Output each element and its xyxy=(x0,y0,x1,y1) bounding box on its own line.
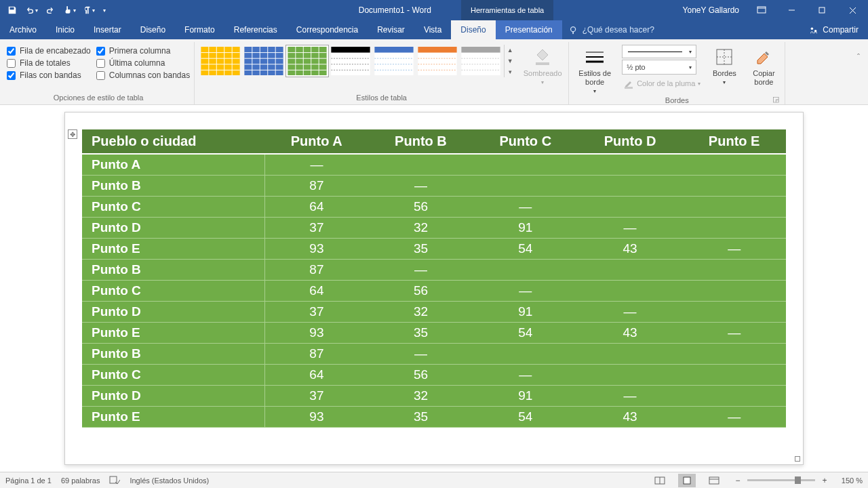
table-cell[interactable]: Punto D xyxy=(82,386,264,407)
document-table[interactable]: Pueblo o ciudadPunto APunto BPunto CPunt… xyxy=(82,129,786,428)
table-cell[interactable]: 54 xyxy=(473,239,578,260)
table-cell[interactable]: Punto D xyxy=(82,302,264,323)
style-thumb-3-selected[interactable] xyxy=(285,45,329,77)
document-area[interactable]: ✥ Pueblo o ciudadPunto APunto BPunto CPu… xyxy=(0,105,868,472)
table-cell[interactable]: — xyxy=(682,239,786,260)
tab-table-layout[interactable]: Presentación xyxy=(496,20,562,39)
style-thumb-1[interactable] xyxy=(199,45,242,77)
table-header-cell[interactable]: Pueblo o ciudad xyxy=(82,129,264,154)
table-cell[interactable] xyxy=(682,218,786,239)
table-cell[interactable]: — xyxy=(264,154,368,176)
table-row[interactable]: Punto B87— xyxy=(82,260,786,281)
qat-redo-icon[interactable] xyxy=(42,2,58,18)
gallery-scroll-down-icon[interactable]: ▼ xyxy=(505,56,515,66)
table-header-cell[interactable]: Punto B xyxy=(368,129,473,154)
table-cell[interactable] xyxy=(578,260,682,281)
table-cell[interactable]: Punto E xyxy=(82,407,264,428)
table-cell[interactable]: Punto D xyxy=(82,218,264,239)
table-cell[interactable]: 32 xyxy=(368,302,473,323)
view-web-layout-icon[interactable] xyxy=(705,474,723,487)
table-cell[interactable]: 35 xyxy=(368,323,473,344)
table-cell[interactable]: — xyxy=(368,344,473,365)
table-cell[interactable]: 93 xyxy=(264,239,368,260)
table-row[interactable]: Punto E93355443— xyxy=(82,323,786,344)
qat-undo-icon[interactable]: ▾ xyxy=(23,2,39,18)
table-row[interactable]: Punto C6456— xyxy=(82,281,786,302)
table-cell[interactable]: 54 xyxy=(473,323,578,344)
qat-touch-mode-icon[interactable]: ▾ xyxy=(61,2,77,18)
table-cell[interactable] xyxy=(682,260,786,281)
status-word-count[interactable]: 69 palabras xyxy=(61,476,100,485)
check-total-row[interactable]: Fila de totales xyxy=(7,57,91,69)
share-button[interactable]: Compartir xyxy=(800,20,868,39)
table-cell[interactable]: 43 xyxy=(578,407,682,428)
table-cell[interactable]: Punto E xyxy=(82,239,264,260)
tab-file[interactable]: Archivo xyxy=(0,20,46,39)
table-row[interactable]: Punto C6456— xyxy=(82,197,786,218)
qat-paragraph-icon[interactable]: ▾ xyxy=(80,2,96,18)
table-cell[interactable] xyxy=(578,197,682,218)
table-cell[interactable] xyxy=(682,365,786,386)
table-cell[interactable]: — xyxy=(368,260,473,281)
table-cell[interactable]: 43 xyxy=(578,239,682,260)
border-painter-button[interactable]: Copiar borde xyxy=(747,45,781,87)
tab-view[interactable]: Vista xyxy=(414,20,451,39)
borders-dialog-launcher-icon[interactable]: ◲ xyxy=(771,95,781,104)
zoom-slider[interactable] xyxy=(747,479,815,481)
table-cell[interactable] xyxy=(682,281,786,302)
table-row[interactable]: Punto D373291— xyxy=(82,302,786,323)
table-cell[interactable]: — xyxy=(473,197,578,218)
table-cell[interactable] xyxy=(473,344,578,365)
table-cell[interactable]: 87 xyxy=(264,344,368,365)
table-cell[interactable]: — xyxy=(473,365,578,386)
table-cell[interactable]: 35 xyxy=(368,239,473,260)
border-weight[interactable]: ½ pto▾ xyxy=(622,60,696,75)
table-cell[interactable] xyxy=(368,154,473,176)
tab-layout[interactable]: Formato xyxy=(175,20,224,39)
qat-save-icon[interactable] xyxy=(4,2,20,18)
style-thumb-2[interactable] xyxy=(242,45,285,77)
table-cell[interactable] xyxy=(682,176,786,197)
table-row[interactable]: Punto B87— xyxy=(82,344,786,365)
table-row[interactable]: Punto C6456— xyxy=(82,365,786,386)
table-cell[interactable] xyxy=(682,344,786,365)
table-cell[interactable]: Punto B xyxy=(82,260,264,281)
table-cell[interactable]: Punto C xyxy=(82,281,264,302)
table-cell[interactable]: — xyxy=(682,407,786,428)
table-cell[interactable]: 93 xyxy=(264,407,368,428)
status-proofing-icon[interactable] xyxy=(109,475,120,486)
style-thumb-5[interactable] xyxy=(372,45,416,77)
table-cell[interactable] xyxy=(682,197,786,218)
pen-color-button[interactable]: Color de la pluma▾ xyxy=(622,76,702,91)
style-thumb-6[interactable] xyxy=(416,45,459,77)
gallery-more-icon[interactable]: ▾ xyxy=(505,66,515,77)
table-cell[interactable]: 91 xyxy=(473,218,578,239)
table-cell[interactable] xyxy=(578,281,682,302)
table-cell[interactable]: 87 xyxy=(264,260,368,281)
table-row[interactable]: Punto B87— xyxy=(82,176,786,197)
table-cell[interactable]: Punto A xyxy=(82,154,264,176)
table-cell[interactable]: 54 xyxy=(473,407,578,428)
table-cell[interactable]: Punto E xyxy=(82,323,264,344)
table-cell[interactable] xyxy=(578,154,682,176)
table-cell[interactable]: 64 xyxy=(264,365,368,386)
table-cell[interactable]: 56 xyxy=(368,197,473,218)
table-cell[interactable]: 37 xyxy=(264,302,368,323)
table-cell[interactable]: 64 xyxy=(264,281,368,302)
table-cell[interactable]: Punto C xyxy=(82,365,264,386)
gallery-scroll-up-icon[interactable]: ▲ xyxy=(505,45,515,56)
table-cell[interactable] xyxy=(682,302,786,323)
table-cell[interactable]: 32 xyxy=(368,386,473,407)
table-cell[interactable]: — xyxy=(682,323,786,344)
table-header-cell[interactable]: Punto D xyxy=(578,129,682,154)
ribbon-display-options-icon[interactable] xyxy=(746,0,776,20)
view-print-layout-icon[interactable] xyxy=(678,474,696,487)
border-line-style[interactable]: ▾ xyxy=(622,45,696,58)
check-first-column[interactable]: Primera columna xyxy=(96,45,190,57)
table-cell[interactable]: — xyxy=(578,386,682,407)
tab-insert[interactable]: Insertar xyxy=(84,20,131,39)
qat-customize-icon[interactable]: ▾ xyxy=(99,2,110,18)
close-button[interactable] xyxy=(837,0,868,20)
table-row[interactable]: Punto E93355443— xyxy=(82,239,786,260)
tab-review[interactable]: Revisar xyxy=(368,20,414,39)
